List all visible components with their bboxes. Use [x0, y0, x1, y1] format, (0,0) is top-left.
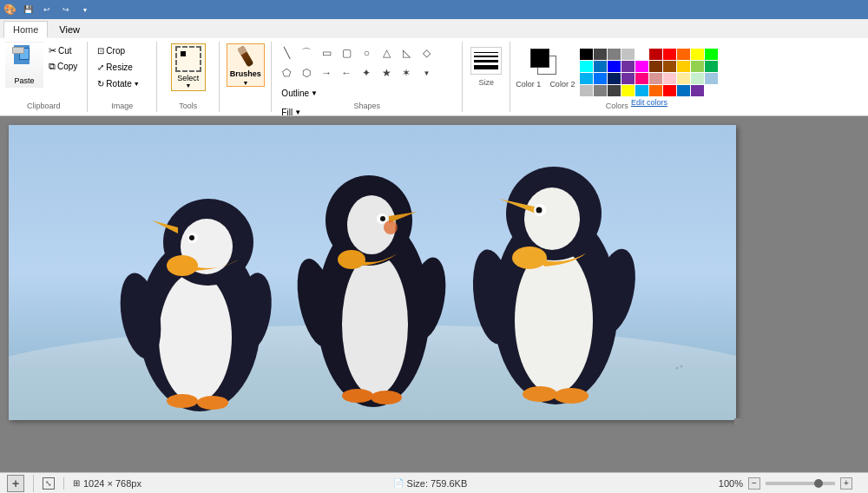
- color-swatch-26[interactable]: [663, 73, 676, 84]
- status-bar: + ⤡ ⊞ 1024 × 768px 📄 Size: 759.6KB 100% …: [0, 472, 868, 493]
- color-swatch-8[interactable]: [691, 49, 704, 60]
- add-canvas-status: +: [7, 475, 34, 492]
- color-swatch-21[interactable]: [594, 73, 607, 84]
- color-swatch-3[interactable]: [621, 49, 635, 60]
- more-shapes[interactable]: ▼: [417, 63, 436, 82]
- arrow-right-tool[interactable]: →: [317, 63, 336, 82]
- size-group: Size: [463, 42, 510, 112]
- title-bar: 🎨 💾 ↩ ↪ ▼: [0, 0, 868, 19]
- color-swatch-39[interactable]: [705, 85, 718, 96]
- arrow-left-tool[interactable]: ←: [337, 63, 356, 82]
- color-swatch-11[interactable]: [594, 61, 607, 72]
- color-swatch-19[interactable]: [705, 61, 718, 72]
- color-swatch-14[interactable]: [635, 61, 648, 72]
- color-swatch-35[interactable]: [649, 85, 662, 96]
- line-tool[interactable]: ╲: [277, 43, 296, 62]
- color1-swatch[interactable]: [530, 49, 549, 68]
- svg-point-13: [197, 396, 228, 410]
- triangle-tool[interactable]: △: [377, 43, 396, 62]
- resize-button[interactable]: ⤢ Resize: [93, 60, 137, 75]
- quick-undo[interactable]: ↩: [39, 2, 55, 17]
- svg-point-32: [536, 207, 542, 214]
- color-swatch-15[interactable]: [649, 61, 662, 72]
- color-swatch-30[interactable]: [580, 85, 593, 96]
- star6-tool[interactable]: ✶: [397, 63, 416, 82]
- svg-point-30: [512, 246, 547, 269]
- hexagon-tool[interactable]: ⬡: [297, 63, 316, 82]
- image-label: Image: [88, 102, 156, 110]
- ellipse-tool[interactable]: ○: [357, 43, 376, 62]
- quick-redo[interactable]: ↪: [58, 2, 74, 17]
- outline-dropdown[interactable]: Outline ▼: [277, 84, 322, 102]
- color-swatch-5[interactable]: [649, 49, 662, 60]
- color-swatch-20[interactable]: [580, 73, 593, 84]
- diamond-tool[interactable]: ◇: [417, 43, 436, 62]
- tab-home[interactable]: Home: [3, 21, 48, 38]
- cut-button[interactable]: ✂ Cut: [44, 43, 82, 58]
- color-swatch-4[interactable]: [635, 49, 648, 60]
- shapes-label: Shapes: [272, 102, 462, 110]
- round-rect-tool[interactable]: ▢: [337, 43, 356, 62]
- color-swatch-27[interactable]: [677, 73, 690, 84]
- color-swatch-6[interactable]: [663, 49, 676, 60]
- zoom-in-button[interactable]: +: [840, 477, 852, 490]
- star4-tool[interactable]: ✦: [357, 63, 376, 82]
- star5-tool[interactable]: ★: [377, 63, 396, 82]
- color-swatch-33[interactable]: [621, 85, 635, 96]
- canvas-area: [0, 116, 868, 472]
- color-swatch-17[interactable]: [677, 61, 690, 72]
- rotate-button[interactable]: ↻ Rotate ▼: [93, 76, 143, 91]
- svg-point-12: [167, 394, 198, 408]
- size-picker[interactable]: [470, 47, 502, 75]
- brushes-button[interactable]: Brushes ▼: [227, 43, 265, 87]
- color-swatch-7[interactable]: [677, 49, 690, 60]
- color-swatch-24[interactable]: [635, 73, 648, 84]
- color-swatch-23[interactable]: [621, 73, 635, 84]
- color-swatch-25[interactable]: [649, 73, 662, 84]
- color-swatch-28[interactable]: [691, 73, 704, 84]
- add-canvas-button[interactable]: +: [7, 475, 24, 492]
- tab-view[interactable]: View: [49, 21, 89, 38]
- quick-save[interactable]: 💾: [20, 2, 36, 17]
- ribbon-tabs: Home View: [0, 19, 868, 38]
- color-swatch-18[interactable]: [691, 61, 704, 72]
- pentagon-tool[interactable]: ⬠: [277, 63, 296, 82]
- canvas-dimensions: 1024 × 768px: [83, 478, 141, 489]
- color-swatch-32[interactable]: [608, 85, 621, 96]
- color-swatch-38[interactable]: [691, 85, 704, 96]
- color-swatch-22[interactable]: [608, 73, 621, 84]
- ribbon: Paste ✂ Cut ⧉ Copy Clipboard ⊡ Crop: [0, 38, 868, 116]
- colors-label: Colors: [510, 102, 723, 110]
- color-swatch-0[interactable]: [580, 49, 593, 60]
- color-swatch-34[interactable]: [635, 85, 648, 96]
- color-swatch-29[interactable]: [705, 73, 718, 84]
- color-swatch-10[interactable]: [580, 61, 593, 72]
- color-swatch-36[interactable]: [663, 85, 676, 96]
- color-swatch-1[interactable]: [594, 49, 607, 60]
- color-swatch-13[interactable]: [621, 61, 635, 72]
- zoom-out-button[interactable]: −: [748, 477, 760, 490]
- zoom-status: 100% − +: [710, 477, 861, 490]
- crop-button[interactable]: ⊡ Crop: [93, 43, 129, 58]
- color-swatch-9[interactable]: [705, 49, 718, 60]
- color-swatch-31[interactable]: [594, 85, 607, 96]
- rect-tool[interactable]: ▭: [317, 43, 336, 62]
- svg-point-18: [338, 250, 365, 269]
- color-swatch-12[interactable]: [608, 61, 621, 72]
- select-tool-button[interactable]: Select ▼: [171, 43, 206, 91]
- shapes-grid: ╲ ⌒ ▭ ▢ ○ △ ◺ ◇ ⬠ ⬡ → ← ✦ ★ ✶ ▼: [277, 43, 436, 82]
- copy-button[interactable]: ⧉ Copy: [44, 59, 82, 74]
- color-swatch-2[interactable]: [608, 49, 621, 60]
- right-triangle-tool[interactable]: ◺: [397, 43, 416, 62]
- zoom-slider[interactable]: [766, 482, 835, 485]
- canvas-image[interactable]: [9, 125, 736, 420]
- quick-dropdown[interactable]: ▼: [77, 2, 93, 17]
- canvas-wrapper: [9, 125, 736, 420]
- curve-tool[interactable]: ⌒: [297, 43, 316, 62]
- resize-icon: ⤢: [97, 62, 104, 72]
- paste-button[interactable]: Paste: [5, 42, 43, 89]
- zoom-thumb[interactable]: [814, 479, 823, 488]
- color-swatch-37[interactable]: [677, 85, 690, 96]
- color-swatch-16[interactable]: [663, 61, 676, 72]
- canvas-resize-handle[interactable]: [734, 418, 741, 425]
